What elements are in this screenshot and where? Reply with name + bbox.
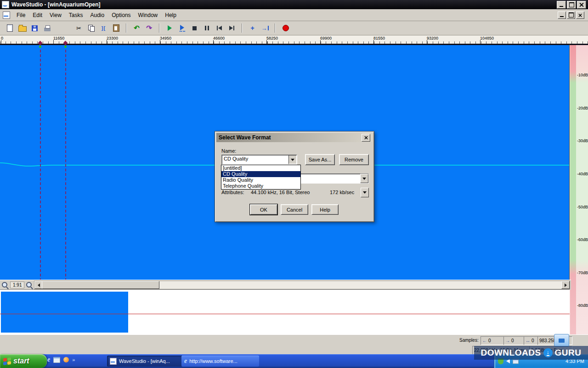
cancel-label: Cancel <box>287 207 302 213</box>
selection-start-line[interactable] <box>40 45 41 281</box>
scroll-right-icon <box>565 283 567 287</box>
pause-button[interactable] <box>201 23 213 34</box>
attributes-dropdown-button[interactable] <box>361 188 369 197</box>
child-minimize-button[interactable] <box>558 12 566 19</box>
download-circle-icon: ↓ <box>543 348 553 357</box>
quick-launch: e » <box>47 356 75 363</box>
menu-tasks[interactable]: Tasks <box>65 10 87 20</box>
undo-button[interactable]: ↶ <box>130 23 143 34</box>
trim-button[interactable]: ][ <box>97 23 110 34</box>
overflow-chevron-icon[interactable]: » <box>72 357 75 362</box>
undo-icon: ↶ <box>134 24 140 32</box>
selection-length-icon: ↔ <box>526 338 530 343</box>
insert-marker-button[interactable]: + <box>246 23 259 34</box>
menu-view[interactable]: View <box>46 10 65 20</box>
downloads-badge-icon <box>554 334 569 347</box>
name-dropdown-button[interactable] <box>288 155 297 164</box>
cut-button[interactable]: ✂ <box>73 23 85 34</box>
menu-bar: File Edit View Tasks Audio Options Windo… <box>0 9 588 21</box>
format-combobox[interactable] <box>300 173 369 184</box>
dialog-close-button[interactable] <box>362 134 370 142</box>
windows-flag-icon <box>3 357 11 365</box>
paste-clipboard-icon <box>113 24 119 32</box>
list-item-cd-quality[interactable]: CD Quality <box>221 171 300 177</box>
close-icon <box>578 13 582 17</box>
stop-button[interactable] <box>188 23 201 34</box>
minimize-icon <box>560 6 563 7</box>
save-as-button[interactable]: Save As... <box>305 154 335 165</box>
remove-button[interactable]: Remove <box>339 154 369 165</box>
selection-end-line[interactable] <box>65 45 66 281</box>
scrollbar-thumb[interactable] <box>42 281 159 289</box>
ruler-label: 58250 <box>266 36 278 40</box>
taskbar-task-browser[interactable]: e http://www.software... <box>181 356 259 367</box>
record-icon <box>283 25 289 31</box>
db-label: -40dB <box>577 172 588 176</box>
scroll-right-button[interactable] <box>561 281 570 289</box>
dialog-title-bar[interactable]: Select Wave Format <box>216 133 373 142</box>
db-scale: -10dB -20dB -30dB -40dB -50dB -60dB -70d… <box>569 44 588 335</box>
horizontal-scrollbar[interactable] <box>34 281 570 289</box>
list-item-telephone-quality[interactable]: Telephone Quality <box>221 183 300 189</box>
overview-pane[interactable] <box>0 289 570 335</box>
child-close-button[interactable] <box>576 12 584 19</box>
name-combobox[interactable]: CD Quality <box>221 155 297 165</box>
remove-label: Remove <box>345 157 363 162</box>
menu-window[interactable]: Window <box>135 10 162 20</box>
desktop: WaveStudio - [winAquariumOpen] File Edit… <box>0 0 588 368</box>
save-as-label: Save As... <box>309 157 332 162</box>
minimize-button[interactable] <box>557 1 566 9</box>
list-item-untitled[interactable]: [untitled] <box>221 165 300 171</box>
redo-button[interactable]: ↷ <box>143 23 155 34</box>
time-ruler[interactable]: 0 11650 23300 34950 46600 58250 69900 81… <box>0 35 588 44</box>
list-item-radio-quality[interactable]: Radio Quality <box>221 177 300 183</box>
selection-start-field: ← 0 <box>481 336 505 345</box>
help-button[interactable]: Help <box>311 204 339 215</box>
ruler-label: 69900 <box>320 36 332 40</box>
scroll-left-icon <box>38 283 40 287</box>
go-to-marker-button[interactable]: → <box>259 23 271 34</box>
new-button[interactable] <box>4 23 16 34</box>
go-to-end-button[interactable] <box>226 23 238 34</box>
menu-audio[interactable]: Audio <box>87 10 108 20</box>
db-label: -10dB <box>577 73 588 77</box>
attributes-label: Attributes: <box>221 190 244 195</box>
go-to-start-button[interactable] <box>213 23 226 34</box>
close-button[interactable] <box>577 1 586 9</box>
open-button[interactable] <box>16 23 28 34</box>
menu-help[interactable]: Help <box>161 10 180 20</box>
cancel-button[interactable]: Cancel <box>281 204 308 215</box>
title-bar: WaveStudio - [winAquariumOpen] <box>0 0 588 9</box>
paste-button[interactable] <box>110 23 122 34</box>
overview-loaded-region[interactable] <box>1 292 128 333</box>
show-desktop-icon[interactable] <box>53 357 60 363</box>
zoom-in-icon[interactable] <box>26 282 33 289</box>
menu-edit[interactable]: Edit <box>29 10 46 20</box>
db-label: -60dB <box>577 237 588 242</box>
format-dropdown-button[interactable] <box>360 174 368 183</box>
child-restore-button[interactable] <box>567 12 575 19</box>
menu-file[interactable]: File <box>13 10 29 20</box>
zoom-scroll-bar: 1:91 <box>0 280 571 290</box>
play-all-button[interactable] <box>176 23 188 34</box>
play-button[interactable] <box>164 23 176 34</box>
ok-button[interactable]: OK <box>250 204 277 215</box>
document-icon[interactable] <box>3 12 10 19</box>
db-label: -30dB <box>577 138 588 143</box>
maximize-button[interactable] <box>567 1 576 9</box>
name-combobox-value: CD Quality <box>222 155 288 164</box>
print-button[interactable] <box>41 23 53 34</box>
zoom-out-icon[interactable] <box>1 282 9 289</box>
start-button[interactable]: start <box>0 354 47 368</box>
copy-button[interactable] <box>85 23 97 34</box>
save-button[interactable] <box>28 23 41 34</box>
media-player-icon[interactable] <box>63 357 69 362</box>
record-button[interactable] <box>279 23 292 34</box>
menu-options[interactable]: Options <box>108 10 134 20</box>
select-wave-format-dialog: Select Wave Format Name: CD Quality Save… <box>215 131 374 222</box>
internet-explorer-icon[interactable]: e <box>47 356 50 363</box>
taskbar-task-wavestudio[interactable]: WaveStudio - [winAq... <box>107 356 185 367</box>
app-icon <box>2 1 9 8</box>
go-to-end-icon <box>229 26 234 30</box>
format-combobox-value <box>300 174 360 183</box>
